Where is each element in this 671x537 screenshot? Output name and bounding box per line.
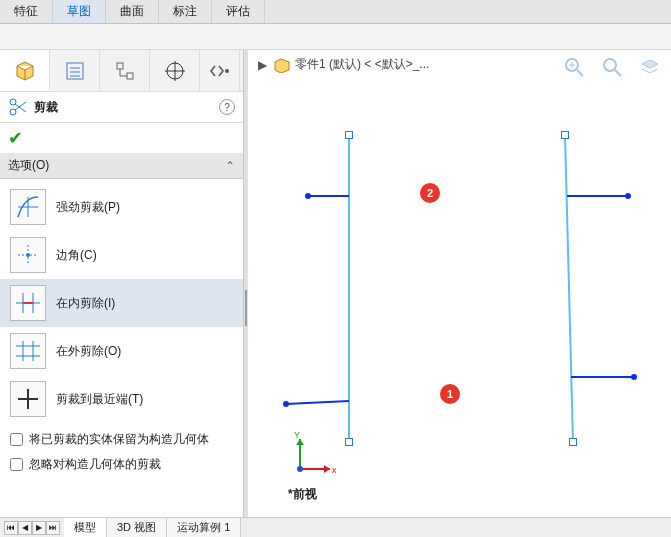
ignore-construction-checkbox[interactable] bbox=[10, 458, 23, 471]
btab-3dview[interactable]: 3D 视图 bbox=[107, 518, 167, 537]
svg-line-36 bbox=[565, 135, 573, 442]
tab-feature[interactable]: 特征 bbox=[0, 0, 53, 23]
svg-point-18 bbox=[26, 253, 30, 257]
svg-line-39 bbox=[286, 401, 349, 404]
panel-tab-feature[interactable] bbox=[0, 50, 50, 91]
nav-prev[interactable]: ◀ bbox=[18, 521, 32, 535]
keep-as-construction-checkbox[interactable] bbox=[10, 433, 23, 446]
opt-label: 在内剪除(I) bbox=[56, 295, 115, 312]
graphics-viewport[interactable]: ▶ 零件1 (默认) < <默认>_... bbox=[248, 50, 671, 517]
panel-tab-more[interactable] bbox=[200, 50, 240, 91]
trim-nearest-icon bbox=[10, 381, 46, 417]
btab-model[interactable]: 模型 bbox=[64, 518, 107, 537]
x-axis-label: x bbox=[332, 465, 337, 475]
svg-point-47 bbox=[297, 466, 303, 472]
btab-motion[interactable]: 运动算例 1 bbox=[167, 518, 241, 537]
target-icon bbox=[164, 60, 186, 82]
trim-options: 强劲剪裁(P) 边角(C) 在内剪除(I) 在外剪除(O) 剪裁到最近端(T) bbox=[0, 179, 243, 427]
svg-rect-5 bbox=[127, 73, 133, 79]
opt-trim-outside[interactable]: 在外剪除(O) bbox=[0, 327, 243, 375]
endpoint[interactable] bbox=[569, 438, 577, 446]
list-icon bbox=[64, 60, 86, 82]
tab-annotation[interactable]: 标注 bbox=[159, 0, 212, 23]
chevron-left-right-icon bbox=[210, 64, 230, 78]
nav-first[interactable]: ⏮ bbox=[4, 521, 18, 535]
endpoint[interactable] bbox=[345, 438, 353, 446]
svg-point-9 bbox=[225, 69, 229, 73]
svg-point-43 bbox=[283, 401, 289, 407]
toolbar bbox=[0, 24, 671, 50]
panel-tab-config[interactable] bbox=[100, 50, 150, 91]
opt-label: 强劲剪裁(P) bbox=[56, 199, 120, 216]
scissors-icon bbox=[8, 98, 28, 116]
power-trim-icon bbox=[10, 189, 46, 225]
triad: x Y bbox=[288, 429, 338, 479]
keep-as-construction[interactable]: 将已剪裁的实体保留为构造几何体 bbox=[0, 427, 243, 452]
nav-last[interactable]: ⏭ bbox=[46, 521, 60, 535]
panel-tab-property[interactable] bbox=[50, 50, 100, 91]
confirm-button[interactable]: ✔ bbox=[0, 123, 243, 153]
view-name: *前视 bbox=[288, 486, 317, 503]
panel-title: 剪裁 bbox=[34, 99, 219, 116]
tab-surface[interactable]: 曲面 bbox=[106, 0, 159, 23]
callout-1: 1 bbox=[440, 384, 460, 404]
tab-sketch[interactable]: 草图 bbox=[53, 0, 106, 23]
panel-tab-dim[interactable] bbox=[150, 50, 200, 91]
left-panel: 剪裁 ? ✔ 选项(O) ⌃ 强劲剪裁(P) 边角(C) 在内剪 bbox=[0, 50, 244, 517]
chk-label: 忽略对构造几何体的剪裁 bbox=[29, 456, 161, 473]
svg-point-44 bbox=[631, 374, 637, 380]
endpoint[interactable] bbox=[561, 131, 569, 139]
svg-point-42 bbox=[625, 193, 631, 199]
opt-label: 边角(C) bbox=[56, 247, 97, 264]
opt-label: 在外剪除(O) bbox=[56, 343, 121, 360]
svg-rect-0 bbox=[67, 63, 83, 79]
help-icon[interactable]: ? bbox=[219, 99, 235, 115]
trim-inside-icon bbox=[10, 285, 46, 321]
y-axis-label: Y bbox=[294, 430, 300, 440]
endpoint[interactable] bbox=[345, 131, 353, 139]
cube-icon bbox=[13, 58, 37, 82]
callout-2: 2 bbox=[420, 183, 440, 203]
svg-line-13 bbox=[15, 102, 26, 110]
opt-trim-inside[interactable]: 在内剪除(I) bbox=[0, 279, 243, 327]
trim-outside-icon bbox=[10, 333, 46, 369]
svg-line-12 bbox=[15, 104, 26, 112]
tab-evaluate[interactable]: 评估 bbox=[212, 0, 265, 23]
command-tabs: 特征 草图 曲面 标注 评估 bbox=[0, 0, 671, 24]
ignore-construction[interactable]: 忽略对构造几何体的剪裁 bbox=[0, 452, 243, 477]
svg-point-41 bbox=[305, 193, 311, 199]
chk-label: 将已剪裁的实体保留为构造几何体 bbox=[29, 431, 209, 448]
collapse-icon[interactable]: ⌃ bbox=[225, 159, 235, 173]
opt-power-trim[interactable]: 强劲剪裁(P) bbox=[0, 183, 243, 231]
opt-trim-nearest[interactable]: 剪裁到最近端(T) bbox=[0, 375, 243, 423]
nav-next[interactable]: ▶ bbox=[32, 521, 46, 535]
opt-label: 剪裁到最近端(T) bbox=[56, 391, 143, 408]
corner-icon bbox=[10, 237, 46, 273]
svg-rect-4 bbox=[117, 63, 123, 69]
section-header: 选项(O) bbox=[8, 157, 225, 174]
opt-corner[interactable]: 边角(C) bbox=[0, 231, 243, 279]
tree-icon bbox=[114, 60, 136, 82]
bottom-tabs: ⏮ ◀ ▶ ⏭ 模型 3D 视图 运动算例 1 bbox=[0, 517, 671, 537]
